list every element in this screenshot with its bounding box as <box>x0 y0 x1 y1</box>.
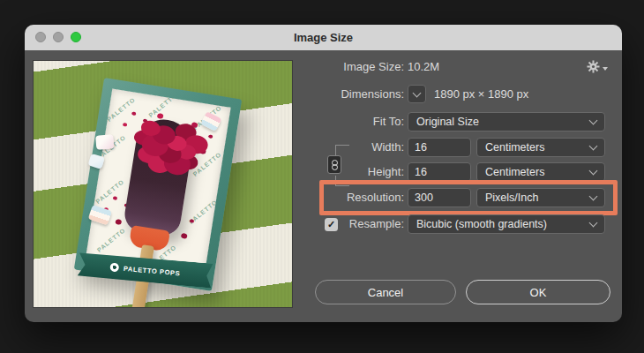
chevron-down-icon <box>589 192 598 201</box>
dimensions-label: Dimensions: <box>285 85 404 104</box>
paper-pattern-text: PALETTO <box>188 199 219 225</box>
cancel-button[interactable]: Cancel <box>315 280 456 304</box>
popsicle-box: PALETTO PALETTO PALETTO PALETTO PALETTO … <box>74 78 242 291</box>
screen: Image Size PALETTO PALETTO PALETTO PALET… <box>0 0 644 353</box>
banner-label: PALETTO POPS <box>124 264 181 277</box>
image-size-label: Image Size: <box>285 57 404 77</box>
resolution-unit-select[interactable]: Pixels/Inch <box>476 188 605 207</box>
image-size-value: 10.2M <box>408 57 439 77</box>
width-input[interactable] <box>408 138 471 157</box>
fit-to-select[interactable]: Original Size <box>408 112 605 131</box>
paper-pattern-text: PALETTO <box>96 227 127 253</box>
height-unit-select[interactable]: Centimeters <box>476 162 605 182</box>
resample-label: Resample: <box>285 214 404 234</box>
height-input[interactable] <box>408 162 471 182</box>
chevron-down-icon <box>589 219 598 228</box>
chevron-down-icon <box>589 142 598 151</box>
paper-pattern-text: PALETTO <box>106 96 137 123</box>
height-unit-value: Centimeters <box>485 166 544 178</box>
resample-method-select[interactable]: Bicubic (smooth gradients) <box>408 214 605 234</box>
paper-pattern-text: PALETTO <box>147 92 178 118</box>
fit-to-label: Fit To: <box>285 112 404 131</box>
chevron-down-icon <box>589 167 598 176</box>
dimensions-unit-button[interactable] <box>408 85 426 103</box>
resolution-input[interactable] <box>408 188 471 207</box>
ok-button[interactable]: OK <box>466 280 610 304</box>
image-preview[interactable]: PALETTO PALETTO PALETTO PALETTO PALETTO … <box>33 60 293 308</box>
marshmallow <box>95 134 114 150</box>
resolution-unit-value: Pixels/Inch <box>485 192 538 204</box>
brand-logo-icon <box>110 263 120 273</box>
paper-pattern-text: PALETTO <box>191 151 222 177</box>
gear-dropdown-arrow-icon <box>603 67 608 71</box>
chevron-down-icon <box>589 116 598 125</box>
settings-menu-button[interactable] <box>587 60 608 73</box>
title-bar[interactable]: Image Size <box>25 25 622 50</box>
width-label: Width: <box>285 138 404 157</box>
berry-specks <box>131 111 137 116</box>
chevron-down-icon <box>413 88 422 97</box>
paper-pattern-text: PALETTO <box>94 178 125 205</box>
fit-to-value: Original Size <box>416 116 479 128</box>
gear-icon <box>587 60 600 73</box>
image-size-dialog: Image Size PALETTO PALETTO PALETTO PALET… <box>25 25 622 322</box>
width-unit-value: Centimeters <box>485 141 544 154</box>
resample-method-value: Bicubic (smooth gradients) <box>416 218 547 230</box>
dimensions-value: 1890 px × 1890 px <box>434 85 528 104</box>
width-unit-select[interactable]: Centimeters <box>476 138 605 157</box>
height-label: Height: <box>285 162 404 182</box>
resolution-label: Resolution: <box>285 188 404 207</box>
dialog-title: Image Size <box>25 31 622 44</box>
berry-specks <box>113 196 118 200</box>
